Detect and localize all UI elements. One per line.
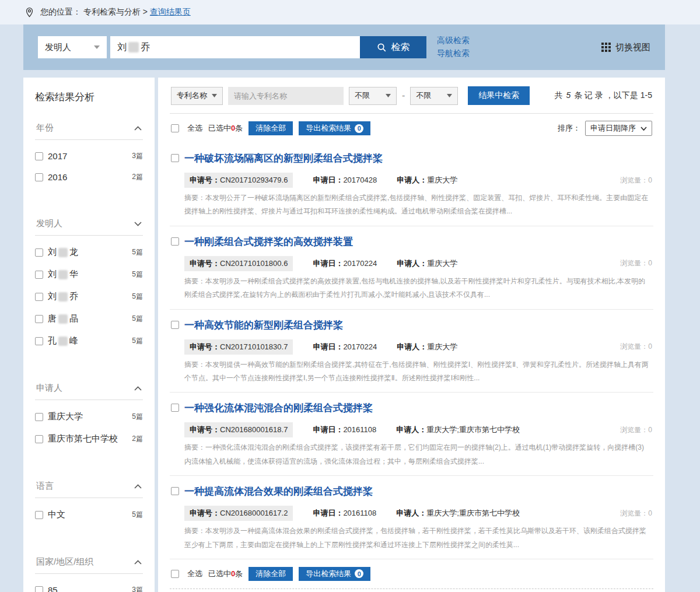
nav-search-link[interactable]: 导航检索 — [437, 48, 470, 59]
view-count-label: 浏览量： — [620, 426, 648, 434]
result-checkbox[interactable] — [171, 237, 179, 246]
result-title-link[interactable]: 一种强化流体混沌混合的刚柔组合式搅拌桨 — [184, 401, 373, 415]
select-all: 全选 — [171, 123, 202, 134]
pagination: 共1页 << < 1 > >> 跳转 — [170, 589, 653, 592]
view-count-value: 0 — [648, 509, 652, 517]
application-number-label: 申请号： — [190, 259, 220, 268]
facet-checkbox[interactable] — [35, 337, 43, 345]
facet-item: 重庆大学 5篇 — [35, 411, 143, 422]
application-date: 申请日：20170224 — [313, 258, 377, 269]
application-number: 申请号：CN201710293479.6 — [184, 173, 293, 188]
search-button-label: 检索 — [391, 41, 410, 54]
range-to-select[interactable]: 不限 — [410, 87, 458, 105]
sort-select[interactable]: 申请日期降序 — [585, 121, 652, 136]
facet-item: 唐晶 5篇 — [35, 313, 143, 324]
facet-label: 华 — [69, 269, 78, 280]
chevron-up-icon — [134, 560, 142, 565]
advanced-search-link[interactable]: 高级检索 — [437, 36, 470, 46]
selected-count-prefix: 已选中 — [208, 569, 231, 578]
view-count-label: 浏览量： — [620, 509, 648, 517]
facet-label: 重庆大学 — [48, 411, 83, 422]
applicant: 申请人：重庆大学 — [397, 342, 457, 352]
select-all-checkbox[interactable] — [171, 570, 179, 578]
chevron-down-icon — [386, 94, 391, 97]
refine-field-select[interactable]: 专利名称 — [171, 87, 223, 105]
export-results-button[interactable]: 导出检索结果 0 — [299, 121, 370, 135]
facet-section-year[interactable]: 年份 — [35, 118, 143, 140]
summary-count: 5 — [565, 90, 572, 100]
selected-count: 已选中0条 — [208, 569, 243, 579]
facet-checkbox[interactable] — [35, 511, 43, 519]
facet-label: 乔 — [69, 291, 78, 302]
chevron-up-icon — [134, 126, 142, 131]
clear-all-button[interactable]: 清除全部 — [249, 567, 293, 581]
facet-checkbox[interactable] — [35, 248, 43, 257]
search-button[interactable]: 检索 — [360, 36, 426, 58]
facet-section-language[interactable]: 语言 — [35, 476, 143, 498]
chevron-down-icon — [94, 45, 100, 49]
applicant-label: 申请人： — [397, 259, 427, 268]
breadcrumb-path: 专利检索与分析 > — [83, 7, 148, 16]
facet-label: 中文 — [48, 509, 65, 520]
chevron-down-icon — [447, 94, 452, 97]
facet-section-applicant[interactable]: 申请人 — [35, 378, 143, 400]
result-checkbox[interactable] — [171, 487, 179, 495]
view-count-value: 0 — [648, 259, 652, 267]
result-abstract: 摘要：本发明公开了一种破坏流场隔离区的新型刚柔组合式搅拌桨,包括搅拌轴、刚性搅拌… — [184, 191, 652, 219]
view-count-value: 0 — [648, 426, 652, 434]
view-count: 浏览量：0 — [620, 425, 652, 435]
applicant-value: 重庆大学 — [427, 176, 457, 184]
facet-label: 2016 — [48, 172, 67, 182]
view-count-value: 0 — [648, 176, 652, 184]
result-title-link[interactable]: 一种提高流体混合效果的刚柔组合式搅拌桨 — [184, 485, 373, 498]
clear-all-button[interactable]: 清除全部 — [249, 121, 293, 135]
switch-view-button[interactable]: 切换视图 — [601, 42, 650, 53]
facet-item: 孔峰 5篇 — [35, 335, 143, 346]
grid-view-icon — [601, 43, 611, 52]
application-date: 申请日：20161108 — [313, 508, 376, 519]
refine-field-value: 专利名称 — [177, 90, 207, 101]
results-toolbar-top: 全选 已选中0条 清除全部 导出检索结果 0 排序： 申请日期降序 — [170, 114, 653, 143]
select-all-checkbox[interactable] — [171, 124, 179, 132]
result-title-link[interactable]: 一种高效节能的新型刚柔组合搅拌桨 — [184, 318, 343, 332]
sort-value: 申请日期降序 — [590, 123, 636, 134]
result-checkbox[interactable] — [171, 404, 179, 412]
applicant-value: 重庆大学 — [427, 342, 457, 351]
search-query-prefix: 刘 — [117, 41, 127, 54]
search-input[interactable]: 刘 乔 — [110, 36, 360, 58]
search-in-results-button[interactable]: 结果中检索 — [468, 86, 530, 105]
application-date-value: 20161108 — [343, 509, 376, 517]
facet-checkbox[interactable] — [35, 152, 43, 160]
range-from-select[interactable]: 不限 — [349, 87, 397, 105]
facet-checkbox[interactable] — [35, 173, 43, 181]
result-checkbox[interactable] — [171, 321, 179, 329]
breadcrumb-current-link[interactable]: 查询结果页 — [150, 7, 191, 16]
facet-checkbox[interactable] — [35, 586, 43, 592]
facet-item: 刘龙 5篇 — [35, 247, 143, 258]
view-count: 浏览量：0 — [620, 342, 652, 352]
result-title-link[interactable]: 一种破坏流场隔离区的新型刚柔组合式搅拌桨 — [184, 152, 383, 165]
result-checkbox[interactable] — [171, 154, 179, 162]
facet-section-inventor[interactable]: 发明人 — [35, 213, 143, 236]
application-date-label: 申请日： — [313, 342, 343, 351]
facet-count: 5篇 — [132, 247, 143, 257]
selected-count-suffix: 条 — [235, 569, 243, 578]
facet-checkbox[interactable] — [35, 413, 43, 421]
facet-label: 2017 — [48, 151, 67, 161]
facet-checkbox[interactable] — [35, 315, 43, 323]
facet-checkbox[interactable] — [35, 271, 43, 279]
results-panel: 专利名称 不限 - 不限 结果中检索 共 5 条 记 录 ，以下是 1-5 — [158, 78, 665, 592]
facet-checkbox[interactable] — [35, 293, 43, 301]
facet-count: 3篇 — [132, 151, 143, 161]
facet-section-country[interactable]: 国家/地区/组织 — [35, 552, 143, 574]
result-abstract: 摘要：本发明涉及一种刚柔组合式搅拌桨的高效搅拌装置,包括与电机连接的搅拌轴,以及… — [184, 275, 652, 302]
export-results-button[interactable]: 导出检索结果 0 — [299, 567, 370, 581]
facet-label: 唐 — [48, 313, 57, 324]
facet-item: 85 3篇 — [35, 585, 143, 592]
search-field-select[interactable]: 发明人 — [38, 36, 107, 58]
select-all-label: 全选 — [187, 569, 202, 579]
facet-count: 3篇 — [132, 585, 143, 592]
patent-name-input[interactable] — [228, 87, 344, 105]
result-title-link[interactable]: 一种刚柔组合式搅拌桨的高效搅拌装置 — [184, 235, 353, 248]
facet-checkbox[interactable] — [35, 435, 43, 443]
